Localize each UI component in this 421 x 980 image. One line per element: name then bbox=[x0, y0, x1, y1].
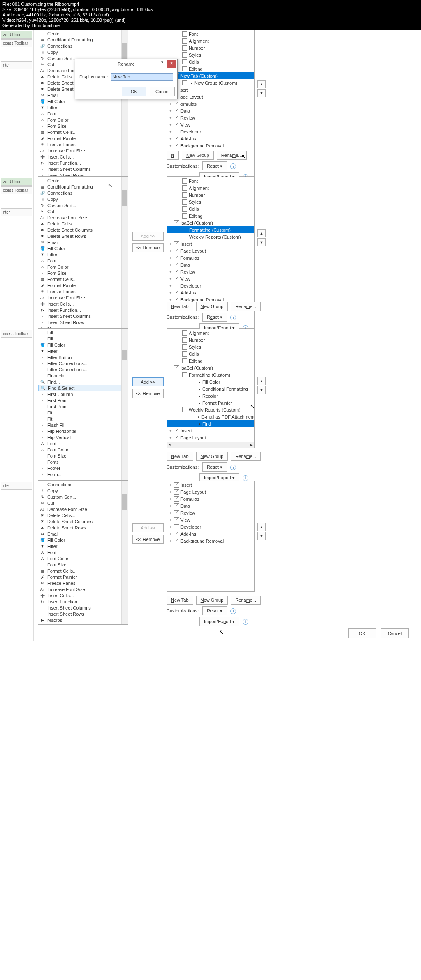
h-scrollbar[interactable]: ◂▸ bbox=[167, 442, 254, 448]
expand-icon[interactable]: + bbox=[169, 137, 173, 141]
reset-button[interactable]: Reset ▾ bbox=[202, 161, 227, 170]
dialog-cancel-button[interactable]: Cancel bbox=[150, 87, 175, 96]
tree-item[interactable]: +sert bbox=[167, 86, 254, 93]
reset-button[interactable]: Reset ▾ bbox=[202, 313, 227, 322]
expand-icon[interactable]: - bbox=[169, 221, 173, 225]
checkbox[interactable] bbox=[174, 365, 179, 370]
command-item[interactable]: 🪣Fill Color▸ bbox=[38, 537, 128, 543]
command-item[interactable]: ·Insert Sheet Columns bbox=[38, 166, 128, 172]
command-item[interactable]: ·Form... bbox=[38, 471, 128, 477]
move-up-button[interactable]: ▲ bbox=[257, 229, 266, 237]
command-item[interactable]: ·Filter Connections... bbox=[38, 360, 128, 366]
expand-icon[interactable]: + bbox=[169, 116, 173, 120]
nav-qat[interactable]: ccess Toolbar bbox=[1, 39, 32, 47]
checkbox[interactable] bbox=[174, 496, 179, 502]
tree-item[interactable]: +Background Removal bbox=[167, 142, 254, 149]
command-item[interactable]: ▶Macros▸ bbox=[38, 617, 128, 623]
tree-item[interactable]: +Page Layout bbox=[167, 488, 254, 495]
expand-icon[interactable]: + bbox=[169, 249, 173, 253]
command-item[interactable]: ·Fit bbox=[38, 409, 128, 416]
nav-ribbon[interactable]: ze Ribbon bbox=[1, 31, 32, 39]
command-item[interactable]: ·Fonts▸ bbox=[38, 459, 128, 465]
command-item[interactable]: ✖Delete Cells... bbox=[38, 512, 128, 518]
move-up-button[interactable]: ▲ bbox=[257, 377, 266, 385]
checkbox[interactable] bbox=[182, 351, 187, 357]
checkbox[interactable] bbox=[174, 136, 179, 141]
expand-icon[interactable]: + bbox=[169, 539, 173, 543]
tree-item[interactable]: Weekly Reports (Custom) bbox=[167, 233, 254, 240]
commands-list[interactable]: ·Fill▸·Fill🪣Fill Color▸▼Filter·Filter Bu… bbox=[38, 329, 128, 481]
tree-item[interactable]: +ormulas bbox=[167, 100, 254, 107]
expand-icon[interactable]: - bbox=[177, 408, 181, 412]
command-item[interactable]: ✖Delete Sheet Columns bbox=[38, 518, 128, 525]
new-tab-button[interactable]: New Tab bbox=[167, 596, 193, 605]
tree-item[interactable]: +Formulas bbox=[167, 495, 254, 502]
tree-item[interactable]: Alignment bbox=[167, 37, 254, 44]
tree-item[interactable]: ▪Recolor bbox=[167, 392, 254, 399]
checkbox[interactable] bbox=[182, 45, 187, 51]
checkbox[interactable] bbox=[182, 407, 187, 412]
tree-item[interactable]: -Weekly Reports (Custom) bbox=[167, 406, 254, 413]
nav-center[interactable]: nter bbox=[1, 61, 32, 69]
command-item[interactable]: 🔗Connections bbox=[38, 190, 128, 196]
new-group-button[interactable]: New Group bbox=[196, 452, 228, 461]
expand-icon[interactable]: + bbox=[169, 490, 173, 494]
command-item[interactable]: ▦Format Cells... bbox=[38, 276, 128, 282]
tree-item[interactable]: ▪E-mail as PDF Attachment bbox=[167, 413, 254, 420]
command-item[interactable]: ❄Freeze Panes▸ bbox=[38, 288, 128, 294]
checkbox[interactable] bbox=[174, 276, 179, 281]
checkbox[interactable] bbox=[174, 524, 179, 529]
import-export-button[interactable]: Import/Export ▾ bbox=[199, 172, 239, 177]
command-item[interactable]: 🖌Format Painter bbox=[38, 574, 128, 580]
tree-item[interactable]: -Formatting (Custom) bbox=[167, 371, 254, 378]
tree-item[interactable]: +Page Layout bbox=[167, 247, 254, 254]
checkbox[interactable] bbox=[182, 206, 187, 212]
expand-icon[interactable]: + bbox=[169, 525, 173, 529]
command-item[interactable]: ·Flip Horizontal bbox=[38, 428, 128, 434]
new-tab-button[interactable]: New Tab bbox=[167, 302, 193, 311]
tree-item[interactable]: +Insert bbox=[167, 481, 254, 488]
command-item[interactable]: ▼Filter bbox=[38, 251, 128, 258]
checkbox[interactable] bbox=[182, 330, 187, 336]
nav-center[interactable]: nter bbox=[1, 482, 32, 490]
scrollbar[interactable] bbox=[121, 30, 128, 176]
new-group-button[interactable]: New Group bbox=[196, 302, 228, 311]
command-item[interactable]: ·Filter Button bbox=[38, 354, 128, 360]
nav-ribbon[interactable]: ze Ribbon bbox=[1, 178, 32, 186]
command-item[interactable]: 🔗Connections bbox=[38, 43, 128, 49]
command-item[interactable]: ✖Delete Cells... bbox=[38, 221, 128, 227]
tree-item[interactable]: Number bbox=[167, 336, 254, 343]
command-item[interactable]: ⎘Copy bbox=[38, 49, 128, 55]
command-item[interactable]: 🪣Fill Color▸ bbox=[38, 98, 128, 104]
tree-item[interactable]: +Data bbox=[167, 107, 254, 114]
nav-qat[interactable]: ccess Toolbar bbox=[1, 186, 32, 194]
command-item[interactable]: AFont▸ bbox=[38, 110, 128, 117]
expand-icon[interactable]: + bbox=[169, 242, 173, 246]
command-item[interactable]: A↑Increase Font Size bbox=[38, 294, 128, 301]
move-down-button[interactable]: ▼ bbox=[257, 238, 266, 246]
checkbox[interactable] bbox=[182, 31, 187, 37]
command-item[interactable]: ✂Cut bbox=[38, 208, 128, 214]
command-item[interactable]: AFont Color▸ bbox=[38, 446, 128, 453]
command-item[interactable]: ·Fill bbox=[38, 336, 128, 342]
checkbox[interactable] bbox=[174, 489, 179, 495]
new-tab-button[interactable]: N bbox=[167, 151, 179, 160]
checkbox[interactable] bbox=[174, 220, 179, 225]
tree-item[interactable]: +Add-Ins bbox=[167, 135, 254, 142]
checkbox[interactable] bbox=[174, 255, 179, 260]
tree-item[interactable]: ▪Format Painter bbox=[167, 399, 254, 406]
command-item[interactable]: ⎘Copy bbox=[38, 196, 128, 202]
import-export-button[interactable]: Import/Export ▾ bbox=[199, 473, 239, 481]
tree-item[interactable]: Cells bbox=[167, 58, 254, 65]
command-item[interactable]: ·Insert Sheet Columns bbox=[38, 605, 128, 611]
command-item[interactable]: AFont▸ bbox=[38, 549, 128, 555]
checkbox[interactable] bbox=[182, 80, 187, 85]
expand-icon[interactable]: + bbox=[169, 436, 173, 440]
tree-item[interactable]: Formatting (Custom) bbox=[167, 226, 254, 233]
command-item[interactable]: ·First Column bbox=[38, 391, 128, 397]
tree-item[interactable]: ▪Fill Color bbox=[167, 378, 254, 385]
checkbox[interactable] bbox=[174, 108, 179, 113]
tree-item[interactable]: Styles bbox=[167, 198, 254, 205]
command-item[interactable]: ·Fill▸ bbox=[38, 329, 128, 336]
command-item[interactable]: ·First Point▸ bbox=[38, 397, 128, 403]
